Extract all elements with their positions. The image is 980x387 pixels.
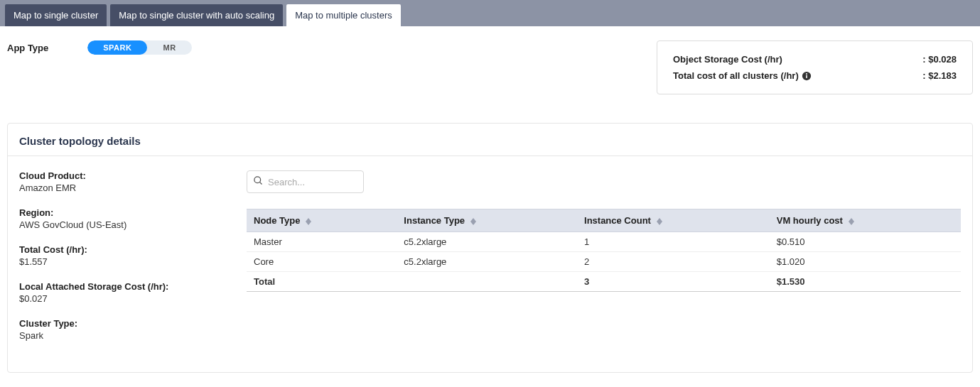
cost-total-clusters-label: Total cost of all clusters (/hr) bbox=[673, 70, 799, 81]
cell-total-label: Total bbox=[247, 272, 397, 292]
app-type-row: App Type SPARK MR bbox=[7, 40, 192, 55]
cell-vm-hourly: $1.020 bbox=[770, 252, 961, 272]
top-tabs: Map to single cluster Map to single clus… bbox=[0, 0, 980, 26]
cost-row-object-storage: Object Storage Cost (/hr) : $0.028 bbox=[673, 54, 957, 65]
cell-instance-count: 2 bbox=[577, 252, 770, 272]
search-icon bbox=[253, 175, 264, 188]
col-instance-count[interactable]: Instance Count bbox=[577, 209, 770, 232]
col-instance-type[interactable]: Instance Type bbox=[397, 209, 577, 232]
local-storage-label: Local Attached Storage Cost (/hr): bbox=[19, 281, 247, 292]
app-type-toggle: SPARK MR bbox=[87, 40, 191, 55]
svg-rect-1 bbox=[806, 75, 807, 77]
content-area: App Type SPARK MR Object Storage Cost (/… bbox=[0, 26, 980, 380]
app-type-spark[interactable]: SPARK bbox=[87, 40, 147, 55]
cost-object-storage-label: Object Storage Cost (/hr) bbox=[673, 54, 782, 65]
svg-marker-10 bbox=[657, 222, 662, 225]
table-total-row: Total 3 $1.530 bbox=[247, 272, 961, 292]
total-cost-label: Total Cost (/hr): bbox=[19, 244, 247, 255]
local-storage-value: $0.027 bbox=[19, 293, 247, 304]
topology-table: Node Type Instance Type bbox=[247, 209, 961, 292]
meta-column: Cloud Product: Amazon EMR Region: AWS Go… bbox=[19, 170, 247, 355]
cell-node-type: Master bbox=[247, 232, 397, 252]
tab-map-multiple[interactable]: Map to multiple clusters bbox=[286, 4, 401, 26]
table-row: Core c5.2xlarge 2 $1.020 bbox=[247, 252, 961, 272]
cell-instance-type: c5.2xlarge bbox=[397, 232, 577, 252]
app-type-mr[interactable]: MR bbox=[147, 40, 191, 55]
cost-summary-box: Object Storage Cost (/hr) : $0.028 Total… bbox=[657, 40, 973, 94]
svg-marker-8 bbox=[470, 222, 476, 225]
cell-total-vm-hourly: $1.530 bbox=[770, 272, 961, 292]
cell-instance-type: c5.2xlarge bbox=[397, 252, 577, 272]
sort-icon bbox=[306, 218, 311, 225]
sort-icon bbox=[657, 218, 662, 225]
region-value: AWS GovCloud (US-East) bbox=[19, 219, 247, 230]
cluster-type-label: Cluster Type: bbox=[19, 318, 247, 329]
region-label: Region: bbox=[19, 207, 247, 218]
svg-marker-6 bbox=[306, 222, 311, 225]
cell-total-count: 3 bbox=[577, 272, 770, 292]
cloud-product-label: Cloud Product: bbox=[19, 170, 247, 181]
cell-vm-hourly: $0.510 bbox=[770, 232, 961, 252]
table-row: Master c5.2xlarge 1 $0.510 bbox=[247, 232, 961, 252]
tab-map-single[interactable]: Map to single cluster bbox=[5, 4, 107, 26]
svg-point-2 bbox=[806, 73, 807, 75]
svg-line-4 bbox=[259, 182, 262, 184]
cost-object-storage-value: : $0.028 bbox=[922, 54, 957, 65]
upper-row: App Type SPARK MR Object Storage Cost (/… bbox=[7, 40, 973, 94]
cell-instance-count: 1 bbox=[577, 232, 770, 252]
search-box bbox=[247, 170, 364, 193]
cell-node-type: Core bbox=[247, 252, 397, 272]
cost-row-total-clusters: Total cost of all clusters (/hr) : $2.18… bbox=[673, 70, 957, 81]
col-vm-hourly[interactable]: VM hourly cost bbox=[770, 209, 961, 232]
svg-point-3 bbox=[254, 177, 261, 183]
table-column: Node Type Instance Type bbox=[247, 170, 961, 292]
panel-title: Cluster topology details bbox=[8, 124, 972, 156]
svg-marker-12 bbox=[849, 222, 854, 225]
total-cost-value: $1.557 bbox=[19, 256, 247, 267]
search-input[interactable] bbox=[268, 177, 357, 187]
cluster-topology-panel: Cluster topology details Cloud Product: … bbox=[7, 123, 973, 373]
app-type-label: App Type bbox=[7, 43, 48, 53]
cluster-type-value: Spark bbox=[19, 330, 247, 341]
col-node-type[interactable]: Node Type bbox=[247, 209, 397, 232]
sort-icon bbox=[470, 218, 476, 225]
tab-map-single-autoscale[interactable]: Map to single cluster with auto scaling bbox=[110, 4, 283, 26]
sort-icon bbox=[849, 218, 854, 225]
cloud-product-value: Amazon EMR bbox=[19, 182, 247, 193]
cost-total-clusters-value: : $2.183 bbox=[922, 70, 957, 81]
info-icon[interactable] bbox=[802, 71, 812, 81]
